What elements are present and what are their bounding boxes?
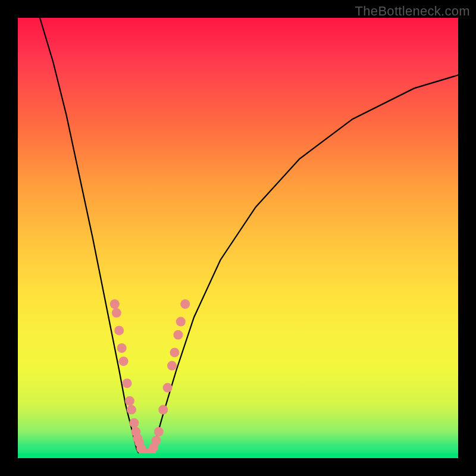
chart-svg — [18, 18, 458, 458]
dot-group — [110, 299, 190, 458]
data-point — [117, 343, 127, 353]
green-baseline — [18, 453, 458, 458]
data-point — [176, 317, 186, 327]
data-point — [119, 356, 129, 366]
data-point — [180, 299, 190, 309]
data-point — [167, 361, 177, 371]
data-point — [129, 418, 139, 428]
chart-plot-area — [18, 18, 458, 458]
watermark-text: TheBottleneck.com — [355, 4, 470, 19]
data-point — [123, 378, 132, 388]
data-point — [112, 308, 121, 318]
data-point — [163, 383, 173, 393]
bottleneck-curve — [40, 18, 141, 458]
curve-group — [40, 18, 458, 458]
data-point — [110, 299, 120, 309]
data-point — [173, 330, 183, 340]
data-point — [154, 427, 164, 437]
data-point — [158, 405, 168, 415]
data-point — [170, 347, 179, 357]
data-point — [127, 405, 136, 415]
data-point — [151, 436, 161, 445]
bottleneck-curve — [150, 75, 458, 458]
data-point — [125, 396, 134, 406]
data-point — [114, 325, 124, 335]
